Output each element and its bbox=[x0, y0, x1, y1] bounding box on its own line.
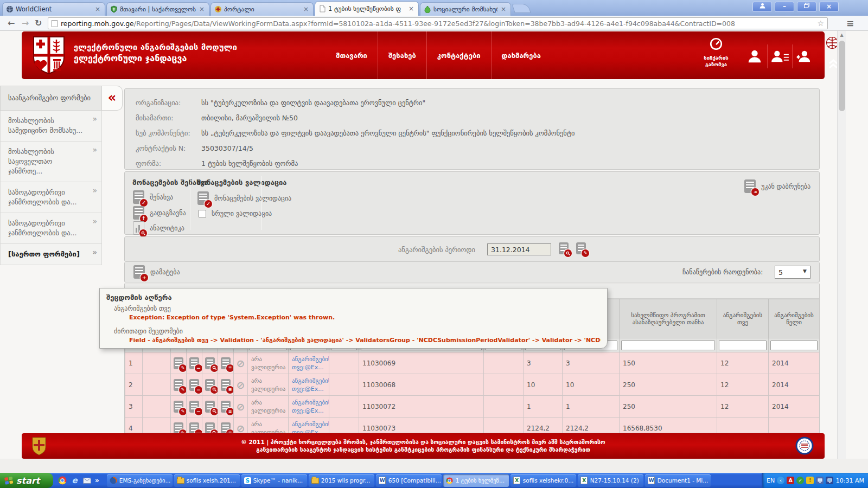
task-chrome-active[interactable]: 1 ტუბის ხელშეწ... bbox=[443, 474, 509, 487]
row-edit-button[interactable]: ✎ bbox=[174, 357, 183, 369]
forward-icon[interactable]: → bbox=[22, 18, 29, 28]
filter-input[interactable] bbox=[621, 341, 715, 350]
row-error-link[interactable]: ანგარიშგების თვე:@Ex... bbox=[292, 377, 329, 393]
nav-help[interactable]: დახმარება bbox=[491, 31, 551, 79]
row-edit-button[interactable]: ✎ bbox=[174, 379, 183, 391]
row-error-link[interactable]: ანგარიშგების თვე:@Ex... bbox=[292, 356, 329, 371]
scrollbar-thumb[interactable] bbox=[839, 41, 845, 111]
row-error-link[interactable]: ანგარიშგების თვე:@Ex... bbox=[292, 421, 329, 434]
ie-quicklaunch-icon[interactable]: e bbox=[70, 476, 79, 485]
tab-tub-form-active[interactable]: 1 ტუბის ხელშეწყობის ფ × bbox=[315, 1, 419, 16]
full-validation-option[interactable]: სრული ვალიდაცია bbox=[199, 210, 272, 217]
tab-mtavari[interactable]: მთავარი | საქართველოს × bbox=[106, 2, 209, 16]
task-word-document1[interactable]: W Document1 - Mi... bbox=[645, 474, 711, 487]
sidebar-item-common-forms[interactable]: [საერთო ფორმები] » bbox=[0, 244, 102, 265]
sidebar-collapse-button[interactable]: « bbox=[102, 86, 123, 111]
page-scrollbar[interactable]: ▲ ▼ bbox=[837, 31, 846, 473]
browser-tab-strip: WorldClient × მთავარი | საქართველოს × პო… bbox=[0, 0, 868, 16]
network-tray-icon[interactable] bbox=[816, 477, 824, 484]
row-edit-button[interactable]: ✎ bbox=[174, 401, 183, 413]
speed-test-button[interactable]: სიჩქარის გაზომვა bbox=[696, 37, 736, 68]
add-button[interactable]: + დამატება bbox=[133, 265, 180, 279]
row-view-button[interactable] bbox=[205, 357, 215, 369]
language-indicator[interactable]: EN bbox=[767, 477, 775, 484]
row-details-button[interactable]: ≡ bbox=[221, 357, 231, 369]
chrome-quicklaunch-icon[interactable] bbox=[58, 476, 67, 485]
sidebar-item-public-health-2[interactable]: საზოგადოებრივი ჯანმრთელობის და... » bbox=[0, 213, 102, 244]
period-edit-button[interactable]: ✎ bbox=[576, 242, 586, 254]
profile-icon[interactable] bbox=[742, 44, 767, 68]
back-button[interactable]: ◄ უკან დაბრუნება bbox=[744, 179, 810, 193]
profile-button[interactable] bbox=[752, 2, 772, 12]
validate-label: მონაცემების ვალიდაცია bbox=[214, 195, 291, 202]
tab-social[interactable]: სოციალური მომსახურებ × bbox=[420, 2, 511, 16]
contract-label: კონტრაქტის N: bbox=[136, 144, 201, 152]
row-details-button[interactable]: ≡ bbox=[221, 401, 231, 413]
task-folder-soflis[interactable]: soflis xelsh.201... bbox=[174, 474, 240, 487]
reload-icon[interactable]: ↻ bbox=[35, 18, 42, 28]
filter-input[interactable] bbox=[719, 341, 767, 350]
analytics-button[interactable]: ანალიტიკა bbox=[133, 221, 184, 235]
acrobat-tray-icon[interactable]: A bbox=[787, 477, 794, 484]
scroll-up-icon[interactable]: ▲ bbox=[838, 31, 846, 39]
tab-close-icon[interactable]: × bbox=[407, 5, 415, 12]
restore-button[interactable] bbox=[797, 2, 816, 12]
sidebar-item-medical-services[interactable]: მოსახლეობის სამედიცინო მომსახუ... » bbox=[0, 111, 102, 142]
tab-worldclient[interactable]: WorldClient × bbox=[2, 2, 105, 16]
nav-contacts[interactable]: კონტაქტები bbox=[426, 31, 491, 79]
row-delete-button[interactable]: − bbox=[189, 379, 199, 391]
row-details-button[interactable]: ≡ bbox=[221, 422, 231, 434]
row-view-button[interactable] bbox=[205, 401, 215, 413]
antivirus-tray-icon[interactable]: ✓ bbox=[796, 477, 804, 484]
address-bar[interactable]: reporting.moh.gov.ge/Reporting/Pages/Dat… bbox=[48, 17, 828, 29]
back-icon[interactable]: ← bbox=[8, 18, 15, 28]
usaid-seal-icon bbox=[795, 436, 814, 455]
hide-icons-icon[interactable]: ‹ bbox=[777, 477, 784, 484]
sidebar-item-public-health-1[interactable]: საზოგადოებრივი ჯანმრთელობის და... » bbox=[0, 182, 102, 213]
task-ems[interactable]: EMS-განცხადები... bbox=[107, 474, 173, 487]
quicklaunch-more-icon[interactable]: » bbox=[95, 477, 99, 484]
close-button[interactable]: × bbox=[819, 2, 839, 12]
new-tab-button[interactable] bbox=[512, 4, 531, 13]
row-edit-button[interactable]: ✎ bbox=[174, 422, 183, 434]
security-shield-tray-icon[interactable]: ! bbox=[806, 477, 814, 484]
bookmark-star-icon[interactable]: ☆ bbox=[817, 19, 824, 28]
validate-button[interactable]: ✓ მონაცემების ვალიდაცია bbox=[197, 191, 291, 205]
row-view-button[interactable] bbox=[205, 422, 215, 434]
row-delete-button[interactable]: − bbox=[189, 401, 199, 413]
task-word-650[interactable]: W 650 [Compatibili... bbox=[376, 474, 442, 487]
nav-home[interactable]: მთავარი bbox=[326, 31, 378, 79]
row-status: არა ვალიდურია bbox=[251, 377, 285, 393]
user-list-icon[interactable] bbox=[767, 44, 792, 68]
filter-input[interactable] bbox=[770, 341, 818, 350]
tab-close-icon[interactable]: × bbox=[198, 5, 206, 13]
minimize-button[interactable]: – bbox=[775, 2, 794, 12]
task-skype[interactable]: S Skype™ - nanik... bbox=[241, 474, 307, 487]
tab-close-icon[interactable]: × bbox=[302, 5, 310, 13]
browser-menu-icon[interactable]: ≡ bbox=[846, 18, 854, 29]
records-count-select[interactable]: 5 ▼ bbox=[775, 266, 810, 279]
task-excel-n27[interactable]: X N27-15.10.14 (2) bbox=[578, 474, 643, 487]
left-arrow-badge-icon: ◄ bbox=[751, 188, 759, 196]
row-error-link[interactable]: ანგარიშგების თვე:@Ex... bbox=[292, 399, 329, 414]
logout-icon[interactable] bbox=[792, 44, 817, 68]
nav-about[interactable]: შესახებ bbox=[378, 31, 426, 79]
full-validation-checkbox[interactable] bbox=[199, 210, 206, 217]
row-details-button[interactable]: ≡ bbox=[221, 379, 231, 391]
period-search-button[interactable] bbox=[559, 242, 569, 254]
start-button[interactable]: start bbox=[0, 473, 53, 488]
period-date-input[interactable]: 31.12.2014 bbox=[487, 243, 551, 255]
display-tray-icon[interactable] bbox=[826, 477, 833, 484]
row-delete-button[interactable]: − bbox=[189, 357, 199, 369]
tab-portali[interactable]: პორტალი × bbox=[210, 2, 314, 16]
save-button[interactable]: ✓ შენახვა bbox=[133, 190, 173, 204]
mail-quicklaunch-icon[interactable] bbox=[82, 476, 92, 485]
sidebar-item-universal-health[interactable]: მოსახლეობის საყოველთაო ჯანმრთე... » bbox=[0, 142, 102, 182]
task-folder-2015[interactable]: 2015 wlis progr... bbox=[309, 474, 374, 487]
tab-close-icon[interactable]: × bbox=[94, 5, 101, 13]
tab-close-icon[interactable]: × bbox=[500, 5, 507, 13]
row-view-button[interactable] bbox=[205, 379, 215, 391]
task-excel-soflis[interactable]: X soflis xelshekr.0... bbox=[510, 474, 576, 487]
send-button[interactable]: ↑ გადაგზავნა bbox=[133, 206, 186, 220]
row-delete-button[interactable]: − bbox=[189, 422, 199, 434]
